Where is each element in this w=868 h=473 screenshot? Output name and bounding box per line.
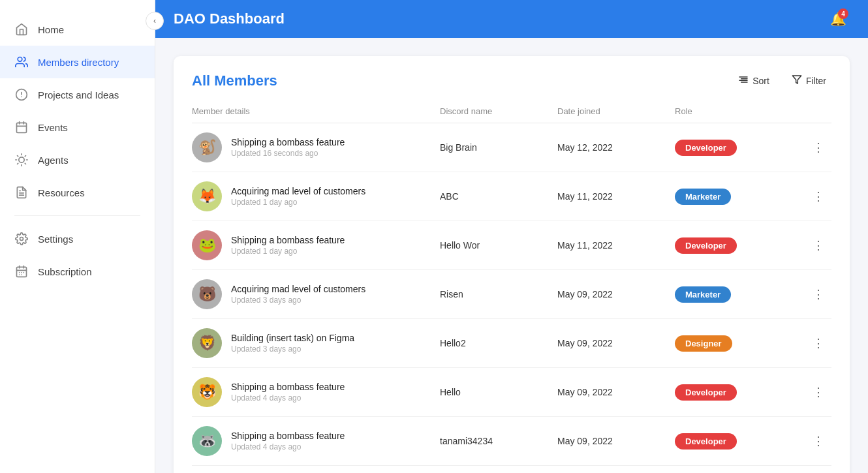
svg-point-0 [18, 57, 22, 62]
more-options-button[interactable]: ⋮ [805, 140, 831, 155]
member-updated: Updated 1 day ago [231, 247, 345, 256]
svg-line-15 [18, 163, 18, 164]
avatar: 🦁 [192, 328, 222, 358]
sidebar-item-subscription[interactable]: Subscription [0, 255, 155, 288]
more-options-button[interactable]: ⋮ [805, 238, 831, 252]
main-area: DAO Dashboard 🔔 4 All Members Sort [155, 0, 868, 473]
member-name: Shipping a bombass feature [231, 137, 345, 147]
more-options-button[interactable]: ⋮ [805, 385, 831, 399]
filter-label: Filter [806, 76, 826, 86]
sidebar-item-agents[interactable]: Agents [0, 144, 155, 176]
more-options-button[interactable]: ⋮ [805, 189, 831, 204]
more-options-button[interactable]: ⋮ [805, 434, 831, 448]
role-badge: Marketer [675, 286, 731, 303]
discord-name: Hello2 [440, 338, 557, 348]
table-column-headers: Member details Discord name Date joined … [192, 101, 831, 123]
date-joined: May 11, 2022 [557, 191, 675, 202]
svg-rect-4 [17, 123, 27, 132]
more-options-button[interactable]: ⋮ [805, 287, 831, 301]
col-actions [805, 106, 831, 116]
member-cell: 🦁 Building (insert task) on Figma Update… [192, 328, 440, 358]
table-row: 🐯 Shipping a bombass feature Updated 4 d… [192, 368, 831, 417]
notification-button[interactable]: 🔔 4 [826, 7, 850, 31]
role-cell: Developer [675, 433, 805, 450]
sidebar-item-resources[interactable]: Resources [0, 176, 155, 209]
sidebar-item-home-label: Home [38, 24, 64, 35]
header-actions: Sort Filter [733, 72, 831, 89]
home-icon [14, 22, 29, 37]
member-name: Shipping a bombass feature [231, 235, 345, 245]
member-name: Building (insert task) on Figma [231, 333, 354, 343]
member-cell: 🐯 Shipping a bombass feature Updated 4 d… [192, 377, 440, 407]
member-info: Acquiring mad level of customers Updated… [231, 186, 365, 207]
avatar: 🐸 [192, 230, 222, 260]
table-row: 🐒 Shipping a bombass feature Updated 16 … [192, 123, 831, 172]
sidebar-divider [14, 215, 140, 216]
member-updated: Updated 16 seconds ago [231, 149, 345, 158]
member-info: Shipping a bombass feature Updated 4 day… [231, 382, 345, 403]
sidebar-item-members[interactable]: Members directory [0, 46, 155, 78]
agents-icon [14, 153, 29, 167]
more-options-button[interactable]: ⋮ [805, 336, 831, 350]
topbar: DAO Dashboard 🔔 4 [155, 0, 868, 38]
sidebar-item-projects-label: Projects and Ideas [38, 89, 119, 100]
sidebar-item-home[interactable]: Home [0, 13, 155, 46]
col-role: Role [675, 106, 805, 116]
role-badge: Developer [675, 433, 737, 450]
member-cell: 🐻 Acquiring mad level of customers Updat… [192, 279, 440, 309]
sidebar-item-subscription-label: Subscription [38, 266, 92, 277]
member-updated: Updated 1 day ago [231, 198, 365, 207]
sidebar-item-events-label: Events [38, 122, 68, 133]
chevron-left-icon: ‹ [153, 16, 156, 25]
role-cell: Developer [675, 237, 805, 254]
member-cell: 🐒 Shipping a bombass feature Updated 16 … [192, 132, 440, 162]
table-row: 🐻 Acquiring mad level of customers Updat… [192, 270, 831, 319]
svg-point-8 [19, 157, 24, 162]
member-name: Acquiring mad level of customers [231, 186, 365, 196]
role-cell: Developer [675, 384, 805, 401]
table-row: 🐨 Chilling in my office Updated ... Foun… [192, 466, 831, 473]
sort-label: Sort [752, 76, 769, 86]
sidebar-item-members-label: Members directory [38, 57, 119, 68]
avatar: 🦊 [192, 181, 222, 211]
table-row: 🦝 Shipping a bombass feature Updated 4 d… [192, 417, 831, 466]
member-cell: 🦊 Acquiring mad level of customers Updat… [192, 181, 440, 211]
avatar: 🐯 [192, 377, 222, 407]
sidebar-item-projects[interactable]: Projects and Ideas [0, 78, 155, 111]
table-row: 🐸 Shipping a bombass feature Updated 1 d… [192, 221, 831, 270]
role-cell: Marketer [675, 286, 805, 303]
col-discord: Discord name [440, 106, 557, 116]
date-joined: May 09, 2022 [557, 387, 675, 397]
avatar: 🐻 [192, 279, 222, 309]
resources-icon [14, 185, 29, 200]
members-title: All Members [192, 72, 733, 89]
discord-name: Risen [440, 289, 557, 299]
projects-icon [14, 87, 29, 102]
avatar: 🦝 [192, 426, 222, 456]
filter-button[interactable]: Filter [786, 72, 831, 89]
member-name: Acquiring mad level of customers [231, 284, 365, 294]
member-info: Acquiring mad level of customers Updated… [231, 284, 365, 305]
settings-icon [14, 232, 29, 246]
role-cell: Marketer [675, 189, 805, 205]
table-row: 🦁 Building (insert task) on Figma Update… [192, 319, 831, 368]
table-row: 🦊 Acquiring mad level of customers Updat… [192, 172, 831, 221]
svg-line-11 [18, 156, 18, 157]
discord-name: ABC [440, 191, 557, 202]
member-name: Shipping a bombass feature [231, 382, 345, 392]
member-info: Shipping a bombass feature Updated 1 day… [231, 235, 345, 256]
date-joined: May 09, 2022 [557, 289, 675, 299]
app-title: DAO Dashboard [174, 10, 826, 27]
member-info: Building (insert task) on Figma Updated … [231, 333, 354, 354]
role-badge: Developer [675, 237, 737, 254]
sort-button[interactable]: Sort [733, 72, 775, 89]
sidebar-item-settings[interactable]: Settings [0, 222, 155, 255]
sort-icon [738, 74, 749, 87]
member-updated: Updated 4 days ago [231, 393, 345, 403]
subscription-icon [14, 264, 29, 279]
date-joined: May 09, 2022 [557, 338, 675, 348]
discord-name: Big Brain [440, 142, 557, 153]
sidebar-item-events[interactable]: Events [0, 111, 155, 144]
sidebar-collapse-button[interactable]: ‹ [146, 12, 164, 30]
members-icon [14, 55, 29, 69]
